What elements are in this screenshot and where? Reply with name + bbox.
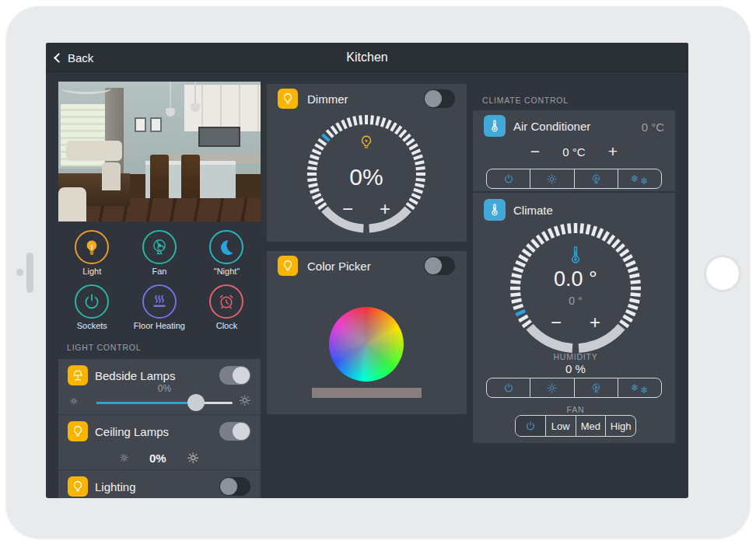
- camera-dot: [16, 269, 23, 276]
- back-label: Back: [68, 51, 93, 65]
- photo-pendant: [194, 82, 196, 105]
- brightness-low-icon[interactable]: ☼: [119, 452, 129, 463]
- quick-button-night[interactable]: "Night": [193, 230, 261, 276]
- color-picker-panel: Color Picker: [267, 251, 467, 414]
- light-bulb-icon: [278, 89, 298, 109]
- photo-sofa: [66, 141, 122, 161]
- climate-mode-power-button[interactable]: [487, 378, 530, 397]
- light-bulb-icon: [358, 134, 375, 154]
- toggle-knob: [425, 90, 442, 107]
- brightness-low-icon: ☼: [69, 396, 79, 406]
- dimmer-plus-button[interactable]: +: [369, 197, 401, 221]
- dimmer-minus-button[interactable]: −: [332, 197, 363, 221]
- light-control-section-label: LIGHT CONTROL: [67, 343, 141, 352]
- quick-button-label: Clock: [216, 321, 238, 330]
- bedside-lamps-toggle[interactable]: [219, 366, 250, 385]
- fan-power-button[interactable]: [516, 416, 545, 436]
- alarm-clock-icon: [209, 284, 243, 319]
- toggle-knob: [220, 478, 237, 495]
- fan-segmented-control: Low Med High: [515, 415, 636, 437]
- fan-high-button[interactable]: High: [605, 416, 635, 436]
- quick-button-fan[interactable]: Fan: [126, 230, 194, 276]
- toggle-knob: [425, 257, 442, 274]
- page-title: Kitchen: [46, 43, 688, 72]
- photo-frame: [135, 117, 146, 132]
- table-lamp-icon: [68, 365, 88, 385]
- color-picker-title: Color Picker: [307, 260, 371, 273]
- moon-icon: [209, 230, 243, 264]
- dimmer-toggle[interactable]: [424, 89, 455, 108]
- quick-button-label: Sockets: [77, 321, 107, 330]
- quick-button-label: "Night": [214, 267, 240, 276]
- climate-minus-button[interactable]: −: [541, 311, 572, 334]
- thermometer-icon: [484, 115, 506, 137]
- home-button[interactable]: [704, 255, 741, 292]
- fan-med-button[interactable]: Med: [576, 416, 606, 436]
- slider-fill: [96, 402, 196, 404]
- humidity-label: HUMIDITY: [521, 352, 630, 361]
- heat-waves-icon: [142, 284, 177, 319]
- quick-button-sockets[interactable]: Sockets: [58, 284, 126, 330]
- ac-mode-power-button[interactable]: [487, 169, 530, 188]
- kitchen-photo: [58, 82, 261, 221]
- toggle-knob: [233, 367, 250, 384]
- ac-mode-segmented-control: ❄❄: [486, 169, 662, 189]
- brightness-high-icon: ☼: [238, 393, 251, 408]
- air-conditioner-title: Air Conditioner: [513, 120, 590, 133]
- ac-mode-sun-button[interactable]: [530, 169, 573, 188]
- toggle-knob: [233, 423, 250, 440]
- climate-value: 0.0 °: [521, 267, 630, 291]
- bedside-lamps-label: Bedside Lamps: [95, 369, 175, 382]
- climate-mode-segmented-control: ❄❄: [486, 378, 662, 398]
- power-icon: [75, 284, 109, 319]
- app-screen: Kitchen Back: [46, 43, 688, 498]
- lighting-label: Lighting: [95, 480, 136, 493]
- climate-plus-button[interactable]: +: [579, 311, 611, 334]
- ceiling-lamps-toggle[interactable]: [219, 422, 250, 441]
- ac-mode-cool-button[interactable]: ❄❄: [618, 169, 661, 188]
- climate-mode-sun-button[interactable]: [530, 378, 573, 397]
- humidity-value: 0 %: [521, 362, 630, 375]
- light-bulb-icon: [68, 421, 88, 441]
- color-wheel[interactable]: [329, 307, 404, 382]
- lighting-toggle[interactable]: [219, 477, 250, 496]
- side-switch[interactable]: [26, 253, 33, 293]
- photo-microwave: [198, 127, 240, 147]
- quick-button-clock[interactable]: Clock: [193, 284, 261, 330]
- climate-sub-value: 0 °: [537, 295, 614, 307]
- ac-mode-fan-button[interactable]: [574, 169, 618, 188]
- quick-button-label: Fan: [152, 267, 166, 276]
- quick-button-label: Floor Heating: [134, 321, 185, 330]
- fan-low-button[interactable]: Low: [545, 416, 576, 436]
- slider-knob[interactable]: [187, 394, 205, 411]
- light-bulb-icon: [278, 256, 298, 276]
- bedside-lamps-row: Bedside Lamps 0% ☼ ☼: [58, 359, 261, 414]
- quick-buttons-grid: Light Fan "Night" Sockets: [58, 230, 261, 339]
- photo-chandelier: [61, 83, 111, 94]
- photo-chair: [58, 187, 86, 221]
- climate-mode-cool-button[interactable]: ❄❄: [618, 378, 661, 397]
- fan-icon: [142, 230, 177, 264]
- ceiling-lamps-label: Ceiling Lamps: [95, 425, 169, 438]
- photo-frame: [150, 117, 162, 132]
- brightness-high-icon[interactable]: ☼: [187, 451, 200, 466]
- climate-mode-fan-button[interactable]: [574, 378, 618, 397]
- thermometer-icon: [567, 244, 584, 269]
- quick-button-label: Light: [82, 267, 101, 276]
- ac-setpoint: 0 °C: [551, 145, 597, 159]
- quick-button-light[interactable]: Light: [58, 230, 126, 276]
- ac-plus-button[interactable]: +: [597, 141, 628, 162]
- ac-minus-button[interactable]: −: [520, 141, 551, 162]
- back-button[interactable]: Back: [55, 43, 93, 72]
- quick-button-floor-heating[interactable]: Floor Heating: [126, 284, 194, 330]
- photo-pendant: [170, 82, 171, 110]
- air-conditioner-current-temp: 0 °C: [642, 120, 664, 134]
- ceiling-lamps-row: Ceiling Lamps ☼ 0% ☼: [58, 414, 261, 469]
- light-control-section: Bedside Lamps 0% ☼ ☼ Ceiling Lamps: [58, 359, 261, 498]
- light-bulb-icon: [75, 230, 109, 264]
- photo-pendant-shade: [166, 108, 175, 117]
- color-picker-toggle[interactable]: [424, 256, 455, 275]
- section-divider: [473, 191, 675, 193]
- selected-color-bar[interactable]: [312, 388, 422, 398]
- bedside-slider-value: 0%: [96, 383, 233, 394]
